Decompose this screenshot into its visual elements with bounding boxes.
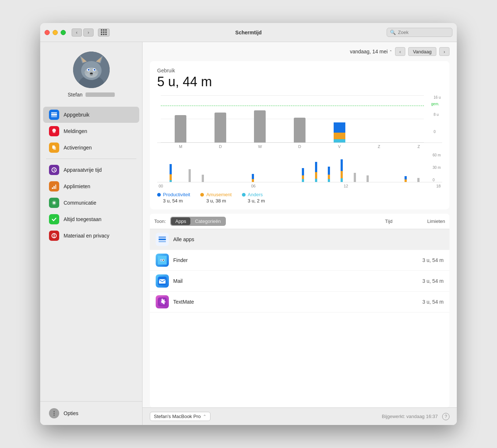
- hourly-chart: 60 m 30 m 0: [157, 153, 442, 182]
- svg-point-51: [161, 301, 163, 303]
- date-header: vandaag, 14 mei ⌃ ‹ Vandaag ›: [143, 42, 457, 61]
- table-row-mail[interactable]: Mail 3 u, 54 m: [150, 271, 449, 292]
- date-today-button[interactable]: Vandaag: [408, 47, 436, 56]
- seg-gray5: [417, 178, 420, 182]
- y-hourly-top: 60 m: [433, 153, 441, 157]
- bar-W: [254, 110, 266, 143]
- svg-rect-37: [159, 241, 166, 242]
- hl-18: 18: [436, 184, 441, 188]
- weekly-bar-D2: [280, 95, 320, 143]
- nav-buttons: ‹ ›: [72, 29, 94, 37]
- seg-blue4: [315, 162, 317, 172]
- col-header-time: Tijd: [340, 219, 392, 224]
- dot-anders: [242, 193, 246, 197]
- maximize-button[interactable]: [61, 30, 66, 35]
- weekly-bar-M: [161, 95, 201, 143]
- avatar: [73, 52, 110, 88]
- weekly-chart: gem.: [157, 95, 442, 143]
- svg-point-33: [54, 413, 55, 414]
- close-button[interactable]: [45, 30, 50, 35]
- sidebar-item-meldingen[interactable]: Meldingen: [43, 123, 139, 139]
- sidebar-item-applimieten[interactable]: Applimieten: [43, 178, 139, 194]
- sidebar-bottom: Opties: [40, 401, 142, 425]
- applimieten-icon: [49, 181, 59, 191]
- sidebar-label-communicatie: Communicatie: [64, 200, 96, 206]
- back-button[interactable]: ‹: [72, 29, 82, 37]
- legend-and-time: 3 u, 2 m: [242, 198, 265, 204]
- seg-cyan2: [302, 179, 304, 182]
- legend-amusement: Amusement 3 u, 38 m: [200, 192, 231, 204]
- bar-V: [334, 122, 345, 143]
- apparaatvrije-icon: [49, 165, 59, 175]
- svg-rect-27: [55, 185, 56, 189]
- sidebar-item-apparaatvrije[interactable]: Apparaatvrije tijd: [43, 162, 139, 178]
- bar-M: [175, 115, 186, 143]
- svg-rect-44: [159, 279, 166, 284]
- legend-prod-label: Productiviteit: [157, 192, 190, 197]
- sidebar-divider: [46, 159, 136, 159]
- altijd-icon: [49, 214, 59, 224]
- minimize-button[interactable]: [53, 30, 58, 35]
- weekly-bar-Z2: [399, 95, 439, 143]
- date-forward-button[interactable]: ›: [439, 47, 449, 56]
- sidebar-item-appgebruik[interactable]: Appgebruik: [43, 107, 139, 123]
- segment-control[interactable]: Apps Categorieën: [170, 217, 226, 226]
- hbar-12e: [349, 173, 361, 182]
- sidebar-item-communicatie[interactable]: Communicatie: [43, 195, 139, 211]
- bar-D1: [215, 113, 226, 143]
- dot-amusement: [200, 193, 204, 197]
- wl-V: V: [319, 144, 359, 149]
- legend-prod-time: 3 u, 54 m: [157, 198, 183, 204]
- weekly-labels: M D W D V Z Z: [157, 144, 442, 149]
- weekly-bar-W: [240, 95, 280, 143]
- sidebar-label-meldingen: Meldingen: [64, 128, 87, 134]
- sidebar-label-materiaal: Materiaal en privacy: [64, 233, 109, 239]
- sidebar-label-appgebruik: Appgebruik: [64, 112, 90, 118]
- traffic-lights: [45, 30, 66, 35]
- svg-rect-19: [51, 112, 57, 114]
- svg-point-14: [94, 69, 95, 70]
- seg-orange: [170, 174, 172, 180]
- date-back-button[interactable]: ‹: [395, 47, 405, 56]
- forward-button[interactable]: ›: [83, 29, 94, 37]
- appgebruik-icon: [49, 110, 59, 120]
- help-button[interactable]: ?: [442, 413, 449, 420]
- sidebar-item-activeringen[interactable]: Activeringen: [43, 140, 139, 156]
- alle-apps-name: Alle apps: [173, 236, 414, 242]
- user-name: Stefan: [68, 92, 82, 98]
- device-selector[interactable]: Stefan's MacBook Pro ⌃: [150, 412, 210, 421]
- seg-categories[interactable]: Categorieën: [190, 217, 225, 225]
- svg-point-32: [54, 411, 55, 412]
- table-row-finder[interactable]: Finder 3 u, 54 m: [150, 250, 449, 271]
- hbar-12f: [361, 175, 373, 182]
- main-content: Stefan Appgebruik Meldingen: [40, 42, 457, 425]
- device-chevron-icon: ⌃: [203, 414, 206, 419]
- table-row-alle-apps[interactable]: Alle apps: [150, 229, 449, 250]
- search-input[interactable]: [398, 30, 445, 35]
- svg-rect-23: [53, 147, 56, 150]
- sidebar-item-opties[interactable]: Opties: [46, 406, 136, 421]
- wl-M: M: [161, 144, 201, 149]
- seg-cyan3: [315, 179, 317, 182]
- seg-cyan5: [341, 178, 343, 182]
- seg-orange2: [252, 179, 254, 182]
- date-label[interactable]: vandaag, 14 mei ⌃: [350, 49, 392, 54]
- sidebar-item-altijd[interactable]: Altijd toegestaan: [43, 211, 139, 227]
- dot-productiviteit: [157, 193, 161, 197]
- table-body: Alle apps: [150, 229, 449, 407]
- avatar-section: Stefan: [40, 48, 142, 105]
- main-window: ‹ › Schermtijd 🔍: [40, 23, 457, 425]
- table-row-textmate[interactable]: TextMate 3 u, 54 m: [150, 292, 449, 312]
- bar-D2: [294, 118, 306, 143]
- hbar-06a: [247, 173, 259, 182]
- wl-W: W: [240, 144, 280, 149]
- grid-view-button[interactable]: [98, 29, 110, 37]
- sidebar-item-materiaal[interactable]: Materiaal en privacy: [43, 228, 139, 244]
- finder-name: Finder: [173, 257, 414, 263]
- svg-point-17: [95, 71, 99, 74]
- sidebar-nav: Appgebruik Meldingen Activeringen: [40, 105, 142, 401]
- seg-apps[interactable]: Apps: [171, 217, 191, 225]
- legend: Productiviteit 3 u, 54 m Amusement 3 u, …: [157, 192, 442, 204]
- search-box[interactable]: 🔍: [387, 28, 452, 37]
- textmate-icon: [156, 295, 169, 308]
